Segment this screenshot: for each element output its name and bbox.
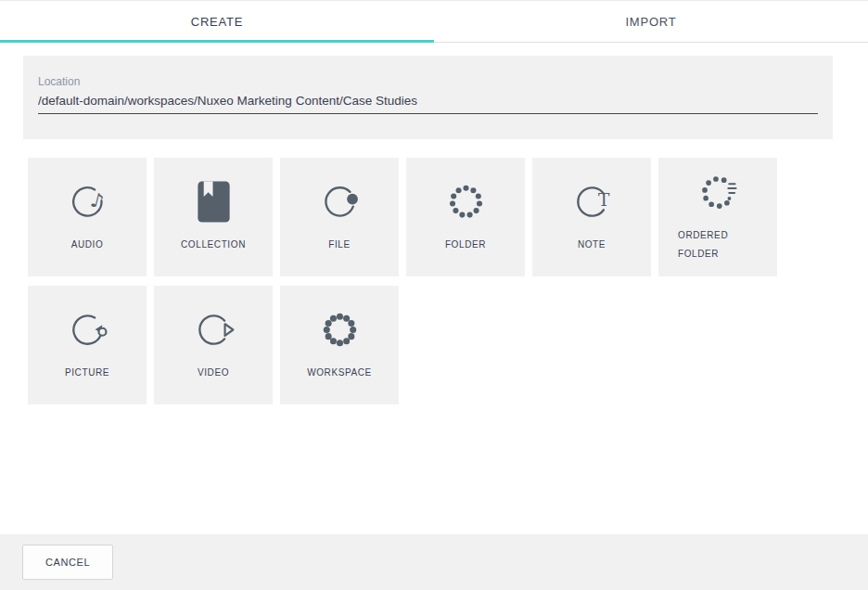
document-type-label: ORDERED FOLDER xyxy=(678,226,758,263)
ordered-folder-icon xyxy=(696,171,740,214)
note-icon xyxy=(570,180,614,224)
cancel-button[interactable]: CANCEL xyxy=(22,545,113,580)
create-import-tabbar: CREATE IMPORT xyxy=(0,1,868,43)
file-icon xyxy=(318,180,362,224)
create-type-note[interactable]: NOTE xyxy=(532,158,651,276)
location-label: Location xyxy=(38,75,818,88)
create-type-picture[interactable]: PICTURE xyxy=(28,286,147,404)
document-type-label: COLLECTION xyxy=(181,236,246,254)
create-type-file[interactable]: FILE xyxy=(280,158,399,276)
document-type-label: NOTE xyxy=(578,236,606,254)
workspace-icon xyxy=(318,308,362,352)
collection-icon xyxy=(192,180,236,224)
document-type-label: VIDEO xyxy=(198,364,229,382)
document-type-label: AUDIO xyxy=(71,236,104,254)
create-type-workspace[interactable]: WORKSPACE xyxy=(280,286,399,404)
folder-icon xyxy=(444,180,488,224)
tab-create[interactable]: CREATE xyxy=(0,1,434,42)
create-type-ordered-folder[interactable]: ORDERED FOLDER xyxy=(658,158,777,276)
create-type-collection[interactable]: COLLECTION xyxy=(154,158,273,276)
location-input[interactable]: /default-domain/workspaces/Nuxeo Marketi… xyxy=(38,94,818,114)
audio-icon xyxy=(66,180,109,224)
document-type-label: WORKSPACE xyxy=(307,364,372,382)
document-type-label: FILE xyxy=(328,236,351,254)
create-type-audio[interactable]: AUDIO xyxy=(28,158,147,276)
tab-import-label: IMPORT xyxy=(625,15,676,29)
document-type-label: PICTURE xyxy=(65,364,109,382)
picture-icon xyxy=(66,308,109,352)
document-type-grid: AUDIO COLLECTION FILE FOLDER NOTE ORDERE… xyxy=(28,158,777,404)
dialog-footer: CANCEL xyxy=(0,534,868,590)
document-type-label: FOLDER xyxy=(445,236,486,254)
create-type-folder[interactable]: FOLDER xyxy=(406,158,525,276)
video-icon xyxy=(192,308,236,352)
tab-create-label: CREATE xyxy=(191,15,244,29)
tab-import[interactable]: IMPORT xyxy=(434,1,868,42)
create-type-video[interactable]: VIDEO xyxy=(154,286,273,404)
location-panel: Location /default-domain/workspaces/Nuxe… xyxy=(23,56,833,139)
